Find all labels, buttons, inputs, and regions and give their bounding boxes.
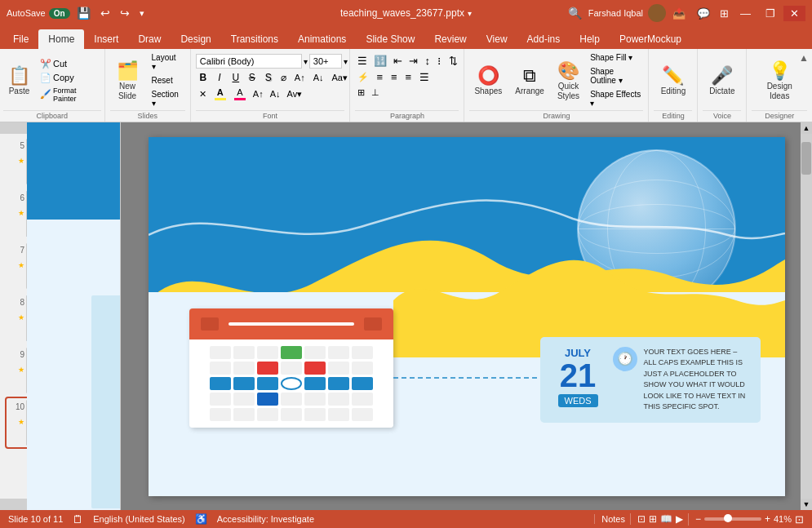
reset-button[interactable]: Reset [149, 75, 185, 86]
decrease-indent-button[interactable]: ⇤ [391, 54, 405, 68]
new-slide-button[interactable]: 🗂️ NewSlide [110, 58, 145, 104]
vertical-align-button[interactable]: ⊥ [369, 87, 382, 99]
tab-draw[interactable]: Draw [128, 29, 171, 49]
cal-cell [328, 346, 349, 359]
zoom-in-button[interactable]: + [765, 513, 770, 525]
dictate-button[interactable]: 🎤 Dictate [704, 63, 739, 98]
tab-view[interactable]: View [477, 29, 517, 49]
slide-thumb-10[interactable]: 10 ★ [7, 398, 113, 447]
canvas-scroll-up[interactable]: ▲ [801, 122, 812, 134]
increase-indent-button[interactable]: ⇥ [406, 54, 420, 68]
tab-review[interactable]: Review [424, 29, 476, 49]
autosave-toggle[interactable]: On [49, 8, 70, 19]
editing-button[interactable]: ✏️ Editing [656, 63, 691, 98]
main-area: ▲ 5 ★ 6 ★ [0, 122, 812, 510]
align-right-button[interactable]: ≡ [402, 70, 415, 84]
comments-icon[interactable]: 💬 [692, 6, 715, 21]
shape-outline-button[interactable]: Shape Outline ▾ [588, 66, 643, 86]
tab-insert[interactable]: Insert [84, 29, 128, 49]
underline-button[interactable]: U [229, 71, 243, 84]
customize-icon[interactable]: ▾ [136, 8, 148, 19]
notes-button[interactable]: Notes [594, 514, 625, 524]
ribbon-collapse-icon[interactable]: ⊞ [717, 6, 732, 21]
font-size-dropdown-icon[interactable]: ▾ [344, 57, 348, 66]
bold-button[interactable]: B [196, 71, 211, 84]
filename-dropdown[interactable]: ▾ [468, 9, 472, 18]
shape-fill-button[interactable]: Shape Fill ▾ [588, 52, 643, 63]
bullets-button[interactable]: ☰ [355, 54, 370, 68]
undo-icon[interactable]: ↩ [97, 7, 113, 20]
text-direction-button[interactable]: ⇅ [446, 54, 460, 68]
shape-effects-button[interactable]: Shape Effects ▾ [588, 89, 643, 109]
fit-slide-button[interactable]: ⊡ [795, 513, 804, 526]
slide-7-num: 7 [20, 246, 24, 255]
cal-cell [304, 362, 326, 375]
numbering-button[interactable]: 🔢 [371, 54, 389, 68]
slide-info-icon[interactable]: 🗒 [73, 513, 83, 526]
font-name-input[interactable] [196, 54, 302, 69]
zoom-out-button[interactable]: − [695, 513, 701, 525]
shapes-button[interactable]: ⭕ Shapes [469, 63, 507, 98]
accessibility-icon[interactable]: ♿ [195, 513, 207, 525]
tab-home[interactable]: Home [38, 29, 84, 49]
redo-icon[interactable]: ↪ [117, 7, 133, 20]
strikethrough-button[interactable]: S [245, 71, 260, 84]
shadow-group-button[interactable]: ⊞ [355, 87, 367, 99]
align-left-button[interactable]: ≡ [373, 70, 386, 84]
tab-slideshow[interactable]: Slide Show [356, 29, 424, 49]
highlight-color-button[interactable]: A [231, 87, 249, 101]
convert-smartart-button[interactable]: ⚡ [355, 71, 371, 83]
tab-file[interactable]: File [3, 29, 38, 49]
copy-button[interactable]: 📄Copy [37, 72, 101, 84]
layout-button[interactable]: Layout ▾ [149, 52, 185, 72]
restore-btn[interactable]: ❐ [759, 6, 782, 21]
decrease-font-button[interactable]: A↓ [310, 72, 327, 83]
change-case-button[interactable]: Aa▾ [329, 72, 351, 84]
share-icon[interactable]: 📤 [668, 6, 690, 21]
canvas-scrollbar-thumb[interactable] [801, 142, 811, 175]
increase-font-button[interactable]: A↑ [291, 72, 308, 83]
zoom-level[interactable]: 41% [774, 514, 792, 524]
tab-help[interactable]: Help [570, 29, 610, 49]
tab-addins[interactable]: Add-ins [517, 29, 570, 49]
reading-view-icon[interactable]: 📖 [660, 513, 672, 525]
close-btn[interactable]: ✕ [783, 6, 805, 21]
tab-powermockup[interactable]: PowerMockup [610, 29, 691, 49]
design-ideas-button[interactable]: 💡 Design Ideas [752, 58, 807, 104]
font-dropdown-icon[interactable]: ▾ [304, 57, 308, 66]
slideshow-icon[interactable]: ▶ [676, 513, 683, 525]
collapse-ribbon-button[interactable]: ▲ [799, 52, 809, 64]
columns-button[interactable]: ⫶ [434, 54, 445, 68]
font-size-input[interactable] [309, 54, 342, 69]
justify-button[interactable]: ☰ [416, 70, 433, 84]
line-spacing-button[interactable]: ↕ [422, 54, 433, 68]
canvas-scroll-down[interactable]: ▼ [801, 499, 812, 510]
quick-styles-button[interactable]: 🎨 QuickStyles [552, 58, 584, 104]
minimize-btn[interactable]: — [734, 6, 757, 21]
slide-sorter-icon[interactable]: ⊞ [649, 513, 657, 525]
arrange-button[interactable]: ⧉ Arrange [510, 63, 549, 98]
zoom-slider-track[interactable] [704, 517, 761, 521]
shadow-button[interactable]: S [261, 71, 276, 84]
autosave-area[interactable]: AutoSave On [7, 8, 70, 19]
align-center-button[interactable]: ≡ [388, 70, 401, 84]
paste-button[interactable]: 📋 Paste [3, 64, 35, 97]
tab-design[interactable]: Design [171, 29, 220, 49]
spacing-button[interactable]: ⌀ [277, 71, 290, 84]
font-color-button[interactable]: A [211, 87, 229, 101]
section-button[interactable]: Section ▾ [149, 89, 185, 109]
view-icons: ⊡ ⊞ 📖 ▶ [630, 513, 683, 525]
tab-transitions[interactable]: Transitions [221, 29, 288, 49]
voice-group: 🎤 Dictate Voice [698, 49, 747, 122]
italic-button[interactable]: I [212, 71, 227, 84]
save-icon[interactable]: 💾 [73, 7, 94, 20]
char-spacing-button[interactable]: Av▾ [285, 88, 305, 100]
increase-font2[interactable]: A↑ [251, 88, 266, 100]
search-icon[interactable]: 🔍 [563, 5, 587, 21]
tab-animations[interactable]: Animations [288, 29, 356, 49]
clear-format-button[interactable]: ✕ [196, 88, 210, 100]
decrease-font2[interactable]: A↓ [268, 88, 283, 100]
normal-view-icon[interactable]: ⊡ [637, 513, 646, 525]
format-painter-button[interactable]: 🖌️Format Painter [37, 86, 101, 104]
cut-button[interactable]: ✂️Cut [37, 58, 101, 70]
